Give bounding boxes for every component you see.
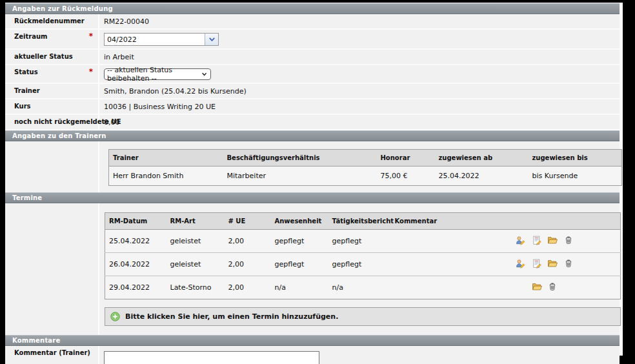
form-row-zeitraum: Zeitraum * 04/2022 — [5, 30, 620, 50]
row-actions — [469, 230, 621, 253]
trainer-table-header-row: Trainer Beschäftigungsverhältnis Honorar… — [109, 150, 622, 167]
folder-open-icon[interactable] — [547, 258, 558, 270]
add-termin-button[interactable]: Bitte klicken Sie hier, um einen Termin … — [105, 307, 621, 326]
folder-open-icon[interactable] — [547, 235, 558, 247]
required-marker: * — [89, 33, 93, 39]
field-value: 10036 | Business Writing 20 UE — [99, 99, 620, 114]
column-header: Tätigkeitsbericht — [328, 213, 391, 230]
rm-datum-cell: 29.04.2022 — [105, 276, 166, 299]
field-label: Kurs — [5, 99, 98, 114]
column-header: Trainer — [109, 150, 223, 167]
anwesenheit-cell: n/a — [271, 276, 328, 299]
ue-cell: 2,00 — [225, 230, 271, 253]
field-value: RM22-00040 — [99, 14, 620, 28]
form-row-offene-ue: noch nicht rückgemeldete UE 0,00 — [5, 115, 620, 130]
termine-section-content: RM-Datum RM-Art # UE Anwesenheit Tätigke… — [5, 203, 620, 335]
column-header: Anwesenheit — [271, 213, 328, 230]
termine-table-header-row: RM-Datum RM-Art # UE Anwesenheit Tätigke… — [105, 213, 621, 230]
column-header: Honorar — [377, 150, 435, 167]
field-value: Smith, Brandon (25.04.22 bis Kursende) — [99, 84, 620, 98]
anwesenheit-cell: gepflegt — [271, 253, 328, 276]
form-row-rueckmeldenummer: Rückmeldenummer RM22-00040 — [5, 14, 620, 30]
kommentar-trainer-textarea[interactable] — [104, 351, 319, 364]
column-header-actions — [469, 213, 621, 230]
taetigkeitsbericht-cell: n/a — [328, 276, 391, 299]
trainer-name-cell: Herr Brandon Smith — [109, 167, 223, 186]
ue-cell: 2,00 — [225, 276, 271, 299]
column-header: zugewiesen bis — [529, 150, 622, 167]
ue-cell: 2,00 — [225, 253, 271, 276]
trash-icon[interactable] — [564, 236, 573, 247]
user-edit-icon[interactable] — [516, 259, 525, 270]
section-header-kommentare: Kommentare — [5, 335, 620, 346]
anwesenheit-cell: gepflegt — [271, 230, 328, 253]
field-label: Trainer — [5, 84, 98, 98]
column-header: Kommentar — [391, 213, 469, 230]
row-actions — [469, 253, 621, 276]
chevron-down-icon — [209, 37, 215, 41]
field-label: Zeitraum * — [5, 30, 98, 48]
section-left-gutter — [5, 141, 98, 192]
status-select[interactable]: -- aktuellen Status beibehalten -- — [104, 68, 211, 80]
section-header-termine: Termine — [5, 192, 620, 203]
status-select-value: -- aktuellen Status beibehalten -- — [107, 66, 202, 83]
assigned-from-cell: 25.04.2022 — [435, 167, 529, 186]
chevron-down-icon — [202, 72, 207, 76]
form-page: Angaben zur Rückmeldung Rückmeldenummer … — [5, 3, 623, 356]
add-circle-icon — [110, 312, 120, 321]
combobox-trigger-button[interactable] — [205, 34, 218, 45]
section-header-trainer: Angaben zu den Trainern — [5, 130, 620, 141]
kommentar-cell — [391, 230, 469, 253]
taetigkeitsbericht-cell: gepflegt — [328, 230, 391, 253]
form-row-trainer: Trainer Smith, Brandon (25.04.22 bis Kur… — [5, 84, 620, 99]
employment-cell: Mitarbeiter — [223, 167, 377, 186]
termine-table: RM-Datum RM-Art # UE Anwesenheit Tätigke… — [105, 212, 621, 299]
honorar-cell: 75,00 € — [377, 167, 435, 186]
termin-row: 29.04.2022 Late-Storno 2,00 n/a n/a — [105, 276, 621, 299]
row-actions — [469, 276, 621, 299]
field-label: Kommentar (Trainer) — [5, 346, 98, 364]
rm-datum-cell: 26.04.2022 — [105, 253, 166, 276]
rm-art-cell: Late-Storno — [166, 276, 225, 299]
rm-art-cell: geleistet — [166, 230, 225, 253]
field-label: Status * — [5, 65, 98, 83]
form-row-kommentar-trainer: Kommentar (Trainer) — [5, 346, 620, 364]
field-value: 0,00 — [99, 115, 620, 129]
kommentar-cell — [391, 253, 469, 276]
termin-row: 26.04.2022 geleistet 2,00 gepflegt gepfl… — [105, 253, 621, 276]
form-row-status: Status * -- aktuellen Status beibehalten… — [5, 65, 620, 84]
taetigkeitsbericht-cell: gepflegt — [328, 253, 391, 276]
column-header: # UE — [225, 213, 271, 230]
user-edit-icon[interactable] — [516, 236, 525, 247]
column-header: zugewiesen ab — [435, 150, 529, 167]
assigned-to-cell: bis Kursende — [529, 167, 622, 186]
zeitraum-combobox-value[interactable]: 04/2022 — [105, 34, 205, 45]
form-row-kurs: Kurs 10036 | Business Writing 20 UE — [5, 99, 620, 115]
column-header: RM-Art — [166, 213, 225, 230]
form-row-aktueller-status: aktueller Status in Arbeit — [5, 50, 620, 65]
field-label: noch nicht rückgemeldete UE — [5, 115, 98, 129]
section-left-gutter — [5, 203, 98, 335]
trash-icon[interactable] — [548, 282, 557, 293]
column-header: RM-Datum — [105, 213, 166, 230]
trainer-table: Trainer Beschäftigungsverhältnis Honorar… — [108, 149, 622, 186]
field-value: in Arbeit — [99, 50, 620, 64]
document-edit-icon[interactable] — [532, 259, 541, 270]
section-header-rueckmeldung: Angaben zur Rückmeldung — [5, 3, 620, 14]
field-label: aktueller Status — [5, 50, 98, 64]
folder-open-icon[interactable] — [532, 281, 542, 294]
kommentar-cell — [391, 276, 469, 299]
required-marker: * — [89, 68, 93, 75]
termin-row: 25.04.2022 geleistet 2,00 gepflegt gepfl… — [105, 230, 621, 253]
trainer-section-content: Trainer Beschäftigungsverhältnis Honorar… — [5, 141, 620, 192]
column-header: Beschäftigungsverhältnis — [223, 150, 377, 167]
table-row: Herr Brandon Smith Mitarbeiter 75,00 € 2… — [109, 167, 622, 186]
zeitraum-combobox[interactable]: 04/2022 — [104, 33, 219, 46]
trash-icon[interactable] — [564, 259, 573, 270]
rm-art-cell: geleistet — [166, 253, 225, 276]
document-edit-icon[interactable] — [532, 236, 541, 247]
field-label: Rückmeldenummer — [5, 14, 98, 28]
add-termin-label: Bitte klicken Sie hier, um einen Termin … — [125, 312, 338, 321]
rm-datum-cell: 25.04.2022 — [105, 230, 166, 253]
